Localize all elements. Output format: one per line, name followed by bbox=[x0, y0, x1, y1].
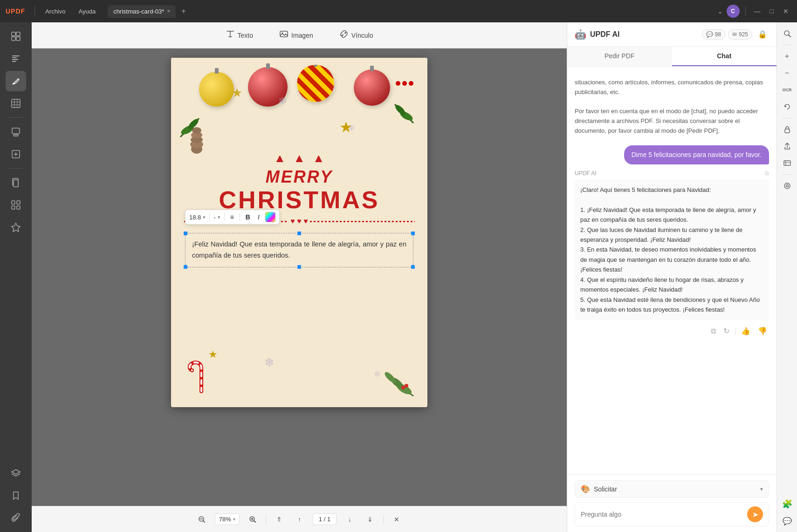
sidebar-btn-table[interactable] bbox=[6, 93, 26, 114]
svg-rect-13 bbox=[12, 128, 20, 134]
handle-bm[interactable] bbox=[297, 265, 301, 269]
font-size-dropdown[interactable]: ▾ bbox=[203, 214, 206, 220]
sidebar-btn-attach[interactable] bbox=[6, 508, 26, 528]
svg-marker-22 bbox=[12, 223, 20, 232]
handle-bl[interactable] bbox=[184, 265, 187, 269]
align-button[interactable]: ≡ bbox=[228, 212, 236, 222]
sidebar-btn-template[interactable] bbox=[6, 217, 26, 238]
micro-rotate-btn[interactable] bbox=[780, 99, 795, 114]
fmt-divider-2 bbox=[224, 213, 225, 221]
svg-rect-23 bbox=[280, 31, 288, 37]
toolbar-image[interactable]: Imagen bbox=[274, 27, 319, 44]
toolbar-link[interactable]: Vínculo bbox=[334, 27, 379, 44]
editable-text[interactable]: ¡Feliz Navidad! Que esta temporada te ll… bbox=[192, 239, 406, 261]
tab-close-btn[interactable]: × bbox=[167, 8, 170, 14]
msg-system: situaciones, como artículos, informes, c… bbox=[575, 74, 769, 140]
micro-chat-btn[interactable]: 💬 bbox=[780, 513, 795, 528]
tab-chat[interactable]: Chat bbox=[672, 47, 777, 66]
font-family-control[interactable]: - ▾ bbox=[213, 214, 220, 221]
tab-name: christmas-card-03* bbox=[113, 8, 164, 15]
sidebar-btn-edit-text[interactable] bbox=[6, 48, 26, 69]
sidebar-btn-view[interactable] bbox=[6, 26, 26, 47]
svg-rect-19 bbox=[17, 201, 20, 204]
text-edit-area[interactable]: 18.8 ▾ - ▾ ≡ B I bbox=[185, 233, 413, 267]
send-button[interactable]: ➤ bbox=[747, 506, 763, 522]
page-indicator[interactable]: 1 / 1 bbox=[313, 513, 337, 525]
micro-zoom-out-btn[interactable]: − bbox=[780, 66, 795, 81]
user-avatar[interactable]: C bbox=[727, 5, 740, 18]
solicitar-chevron-icon: ▾ bbox=[760, 486, 763, 492]
micro-share-btn[interactable] bbox=[780, 139, 795, 154]
refresh-btn[interactable]: ↻ bbox=[721, 325, 731, 337]
handle-br[interactable] bbox=[411, 265, 415, 269]
image-icon bbox=[279, 29, 289, 41]
handle-tm[interactable] bbox=[297, 232, 301, 235]
zoom-display[interactable]: 78% ▾ bbox=[215, 513, 240, 525]
active-tab[interactable]: christmas-card-03* × bbox=[108, 5, 176, 18]
last-page-btn[interactable]: ⇓ bbox=[363, 512, 378, 527]
menu-ayuda[interactable]: Ayuda bbox=[74, 6, 100, 17]
zoom-in-btn[interactable] bbox=[245, 512, 260, 527]
handle-tr[interactable] bbox=[411, 232, 415, 235]
sidebar-btn-bookmark[interactable] bbox=[6, 485, 26, 506]
sidebar-btn-stamp[interactable] bbox=[6, 122, 26, 142]
handle-tl[interactable] bbox=[184, 232, 187, 235]
chat-messages[interactable]: situaciones, como artículos, informes, c… bbox=[567, 67, 776, 474]
top-toolbar: Texto Imagen bbox=[32, 22, 567, 48]
ornament-red-2 bbox=[354, 69, 390, 106]
snowflake-1: ❄ bbox=[278, 95, 287, 107]
sidebar-btn-organize[interactable] bbox=[6, 195, 26, 215]
menu-archivo[interactable]: Archivo bbox=[41, 6, 70, 17]
copy-ai-icon[interactable]: ⧉ bbox=[765, 170, 769, 177]
italic-button[interactable]: I bbox=[256, 212, 261, 222]
svg-rect-4 bbox=[12, 55, 20, 56]
right-micro-toolbar: + − OCR 🧩 💬 bbox=[776, 22, 797, 532]
thumbs-down-btn[interactable]: 👎 bbox=[756, 325, 769, 337]
toolbar-link-label: Vínculo bbox=[351, 32, 373, 39]
ai-badges: 💬 98 ✉ 925 bbox=[702, 29, 752, 40]
text-edit-box[interactable]: ¡Feliz Navidad! Que esta temporada te ll… bbox=[185, 233, 413, 267]
prev-page-fast-btn[interactable]: ↑ bbox=[292, 512, 307, 527]
msg-ai-label: UPDF AI ⧉ bbox=[575, 170, 769, 177]
titlebar-dropdown-icon[interactable]: ⌄ bbox=[717, 7, 723, 15]
micro-zoom-in-btn[interactable]: + bbox=[780, 49, 795, 64]
font-family-dropdown[interactable]: ▾ bbox=[218, 214, 220, 220]
canvas-area[interactable]: ★ ★ ❄ ❄ ▲ ▲ bbox=[32, 48, 567, 506]
font-size-control[interactable]: 18.8 ▾ bbox=[189, 214, 206, 221]
svg-point-50 bbox=[784, 183, 790, 189]
svg-point-38 bbox=[401, 386, 405, 389]
micro-snapshot-btn[interactable] bbox=[780, 178, 795, 193]
sidebar-btn-fill[interactable] bbox=[6, 144, 26, 164]
maximize-button[interactable]: □ bbox=[767, 7, 776, 16]
next-page-fast-btn[interactable]: ↓ bbox=[342, 512, 357, 527]
chat-input[interactable] bbox=[581, 511, 743, 518]
svg-rect-2 bbox=[12, 37, 15, 41]
tab-pedir-pdf[interactable]: Pedir PDF bbox=[567, 47, 672, 66]
ai-lock-icon[interactable]: 🔒 bbox=[756, 28, 769, 41]
micro-ocr-btn[interactable]: OCR bbox=[780, 82, 795, 97]
sidebar-btn-layers[interactable] bbox=[6, 463, 26, 484]
sidebar-btn-pages[interactable] bbox=[6, 172, 26, 193]
color-picker-button[interactable] bbox=[265, 212, 275, 222]
toolbar-text[interactable]: Texto bbox=[220, 27, 259, 44]
sidebar-btn-highlight[interactable] bbox=[6, 71, 26, 91]
msg-badge-icon: ✉ bbox=[732, 31, 737, 38]
zoom-out-btn[interactable] bbox=[194, 512, 209, 527]
external-link-btn[interactable]: ⧉ bbox=[709, 325, 718, 337]
micro-lock-btn[interactable] bbox=[780, 122, 795, 137]
micro-sign-btn[interactable] bbox=[780, 156, 795, 171]
micro-extra-btn[interactable]: 🧩 bbox=[780, 497, 795, 512]
solicitar-selector[interactable]: 🎨 Solicitar ▾ bbox=[575, 480, 769, 498]
svg-rect-17 bbox=[14, 180, 18, 187]
first-page-btn[interactable]: ⇑ bbox=[272, 512, 287, 527]
ai-title: UPDF AI bbox=[590, 30, 619, 39]
micro-search-btn[interactable] bbox=[780, 26, 795, 41]
bold-button[interactable]: B bbox=[244, 212, 252, 222]
thumbs-up-btn[interactable]: 👍 bbox=[739, 325, 752, 337]
ai-header: 🤖 UPDF AI 💬 98 ✉ 925 🔒 bbox=[567, 22, 776, 47]
close-bar-btn[interactable]: ✕ bbox=[389, 512, 404, 527]
minimize-button[interactable]: — bbox=[751, 7, 763, 16]
tab-add-btn[interactable]: + bbox=[181, 7, 186, 15]
close-button[interactable]: ✕ bbox=[780, 7, 791, 16]
font-family-value: - bbox=[213, 214, 215, 221]
